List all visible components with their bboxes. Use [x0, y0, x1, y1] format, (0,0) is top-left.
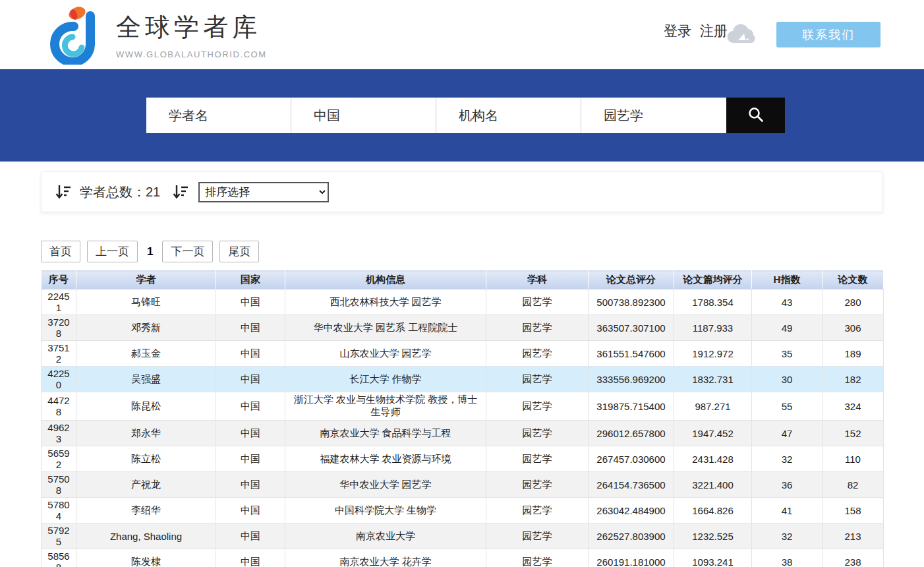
current-page-number: 1: [147, 245, 153, 258]
cell-rank: 58568: [42, 549, 76, 567]
cell-subject: 园艺学: [486, 367, 589, 392]
column-header: 学者: [76, 271, 216, 289]
cell-rank: 56592: [42, 446, 76, 472]
cell-total-score: 267457.030600: [589, 446, 674, 472]
cell-total-score: 264154.736500: [589, 472, 674, 498]
cell-institution: 山东农业大学 园艺学: [285, 341, 486, 367]
table-row[interactable]: 57804李绍华中国中国科学院大学 生物学园艺学263042.484900166…: [42, 498, 884, 523]
cell-total-score: 500738.892300: [589, 289, 674, 315]
cell-subject: 园艺学: [486, 421, 589, 446]
page: 全球学者库 WWW.GLOBALAUTHORID.COM 登录 注册 联系我们: [0, 0, 924, 567]
cell-institution: 南京农业大学 花卉学: [285, 549, 486, 567]
cell-avg-score: 1832.731: [674, 367, 752, 392]
cell-rank: 49623: [42, 421, 76, 446]
cell-rank: 42250: [42, 367, 76, 392]
search-icon: [747, 106, 765, 125]
table-row[interactable]: 37208邓秀新中国华中农业大学 园艺系 工程院院士园艺学363507.3071…: [42, 315, 884, 341]
cell-subject: 园艺学: [486, 523, 589, 549]
brand: 全球学者库 WWW.GLOBALAUTHORID.COM: [116, 11, 267, 59]
column-header: 论文篇均评分: [674, 271, 752, 289]
cell-rank: 57925: [42, 523, 76, 549]
cell-country: 中国: [216, 315, 285, 341]
cell-h-index: 30: [752, 367, 823, 392]
country-input[interactable]: [291, 98, 436, 133]
table-row[interactable]: 37512郝玉金中国山东农业大学 园艺学园艺学361551.5476001912…: [42, 341, 884, 367]
cell-avg-score: 1664.826: [674, 498, 752, 523]
pagination: 首页 上一页 1 下一页 尾页: [41, 241, 924, 262]
sort-select[interactable]: 排序选择: [198, 182, 329, 202]
table-row[interactable]: 57508产祝龙中国华中农业大学 园艺学园艺学264154.7365003221…: [42, 472, 884, 498]
cell-subject: 园艺学: [486, 392, 589, 421]
cell-institution: 浙江大学 农业与生物技术学院 教授，博士生导师: [285, 392, 486, 421]
column-header: 序号: [42, 271, 76, 289]
cell-avg-score: 1093.241: [674, 549, 752, 567]
cell-papers: 189: [823, 341, 884, 367]
prev-page-button[interactable]: 上一页: [87, 241, 138, 262]
cell-h-index: 41: [752, 498, 823, 523]
cell-rank: 37208: [42, 315, 76, 341]
cell-total-score: 333556.969200: [589, 367, 674, 392]
site-logo-icon[interactable]: [43, 4, 104, 65]
institution-input[interactable]: [436, 98, 581, 133]
column-header: H指数: [752, 271, 823, 289]
cell-scholar: 产祝龙: [76, 472, 216, 498]
site-header: 全球学者库 WWW.GLOBALAUTHORID.COM 登录 注册 联系我们: [0, 0, 924, 69]
table-row[interactable]: 22451马锋旺中国西北农林科技大学 园艺学园艺学500738.89230017…: [42, 289, 884, 315]
cell-total-score: 319875.715400: [589, 392, 674, 421]
cell-scholar: 郝玉金: [76, 341, 216, 367]
cell-avg-score: 987.271: [674, 392, 752, 421]
cell-scholar: 陈昆松: [76, 392, 216, 421]
last-page-button[interactable]: 尾页: [219, 241, 259, 262]
cell-country: 中国: [216, 421, 285, 446]
cell-country: 中国: [216, 523, 285, 549]
cell-papers: 158: [823, 498, 884, 523]
search-band: [0, 69, 924, 162]
results-toolbar: 学者总数：21 排序选择: [41, 171, 883, 212]
cell-h-index: 38: [752, 549, 823, 567]
cell-papers: 182: [823, 367, 884, 392]
cell-total-score: 363507.307100: [589, 315, 674, 341]
cell-institution: 福建农林大学 农业资源与环境: [285, 446, 486, 472]
cell-h-index: 49: [752, 315, 823, 341]
first-page-button[interactable]: 首页: [41, 241, 80, 262]
cell-avg-score: 3221.400: [674, 472, 752, 498]
scholar-name-input[interactable]: [146, 98, 291, 133]
table-header-row: 序号学者国家机构信息学科论文总评分论文篇均评分H指数论文数: [42, 271, 884, 289]
search-button[interactable]: [726, 98, 785, 133]
table-row[interactable]: 42250吴强盛中国长江大学 作物学园艺学333556.9692001832.7…: [42, 367, 884, 392]
auth-links: 登录 注册: [664, 22, 728, 40]
cell-scholar: 吴强盛: [76, 367, 216, 392]
table-row[interactable]: 56592陈立松中国福建农林大学 农业资源与环境园艺学267457.030600…: [42, 446, 884, 472]
table-row[interactable]: 49623郑永华中国南京农业大学 食品科学与工程园艺学296012.657800…: [42, 421, 884, 446]
contact-button[interactable]: 联系我们: [776, 22, 881, 47]
next-page-button[interactable]: 下一页: [162, 241, 213, 262]
table-row[interactable]: 57925Zhang, Shaoling中国南京农业大学园艺学262527.80…: [42, 523, 884, 549]
table-row[interactable]: 44728陈昆松中国浙江大学 农业与生物技术学院 教授，博士生导师园艺学3198…: [42, 392, 884, 421]
cell-country: 中国: [216, 289, 285, 315]
cell-country: 中国: [216, 498, 285, 523]
cell-papers: 213: [823, 523, 884, 549]
cell-h-index: 47: [752, 421, 823, 446]
search-row: [146, 98, 785, 133]
cell-country: 中国: [216, 549, 285, 567]
cell-avg-score: 2431.428: [674, 446, 752, 472]
sort-descending-icon: [172, 183, 189, 200]
cell-h-index: 35: [752, 341, 823, 367]
cloud-icon: [725, 22, 759, 47]
register-link[interactable]: 注册: [700, 23, 728, 38]
cell-avg-score: 1788.354: [674, 289, 752, 315]
cell-total-score: 263042.484900: [589, 498, 674, 523]
cell-institution: 华中农业大学 园艺系 工程院院士: [285, 315, 486, 341]
cell-institution: 南京农业大学: [285, 523, 486, 549]
cell-country: 中国: [216, 341, 285, 367]
cell-country: 中国: [216, 472, 285, 498]
cell-country: 中国: [216, 367, 285, 392]
table-row[interactable]: 58568陈发棣中国南京农业大学 花卉学园艺学260191.1810001093…: [42, 549, 884, 567]
cell-avg-score: 1232.525: [674, 523, 752, 549]
login-link[interactable]: 登录: [664, 23, 691, 38]
cell-avg-score: 1187.933: [674, 315, 752, 341]
subject-input[interactable]: [581, 98, 726, 133]
cell-scholar: 邓秀新: [76, 315, 216, 341]
cell-institution: 西北农林科技大学 园艺学: [285, 289, 486, 315]
cell-institution: 中国科学院大学 生物学: [285, 498, 486, 523]
